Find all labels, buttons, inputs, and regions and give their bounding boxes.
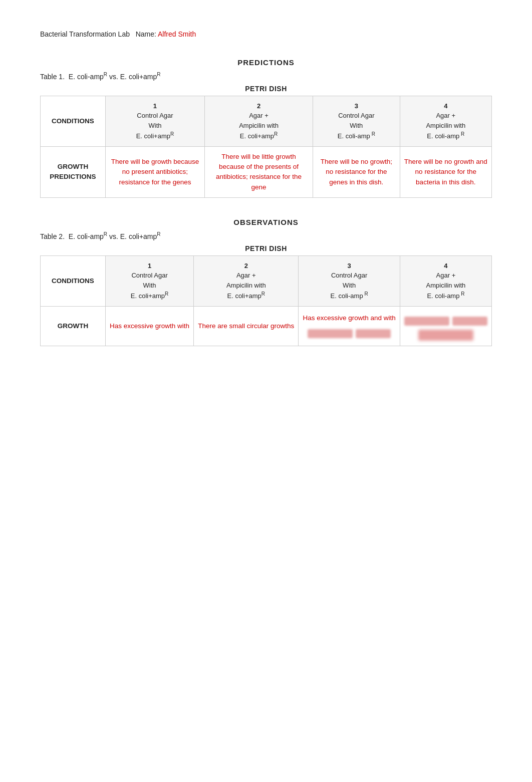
- blurred-content-4b: [404, 330, 487, 341]
- obs-growth-cell-3: Has excessive growth and with: [299, 306, 400, 346]
- obs-growth-cell-2: There are small circular growths: [194, 306, 299, 346]
- growth-predictions-header: GROWTH PREDICTIONS: [41, 146, 106, 197]
- obs-growth-cell-4: [400, 306, 491, 346]
- student-name: Alfred Smith: [158, 30, 196, 38]
- header: Bacterial Transformation Lab Name: Alfre…: [40, 30, 492, 38]
- blurred-content-3: [303, 328, 395, 339]
- conditions-header: CONDITIONS: [41, 96, 106, 146]
- col-header-3: 3 Control Agar With E. coli-amp R: [313, 96, 400, 146]
- blurred-element: [418, 330, 473, 341]
- growth-cell-1: There will be growth because no present …: [106, 146, 205, 197]
- obs-growth-cell-1: Has excessive growth with: [106, 306, 194, 346]
- observations-title: OBSERVATIONS: [40, 218, 492, 226]
- petri-dish-label-1: PETRI DISH: [40, 85, 492, 93]
- obs-col-header-3: 3 Control Agar With E. coli-amp R: [299, 255, 400, 306]
- lab-name: Bacterial Transformation Lab: [40, 30, 130, 38]
- table2-label: Table 2. E. coli-ampR vs. E. coli+ampR: [40, 231, 492, 240]
- obs-growth-header: GROWTH: [41, 306, 106, 346]
- blurred-content-4: [404, 316, 487, 327]
- obs-conditions-header: CONDITIONS: [41, 255, 106, 306]
- growth-cell-2: There will be little growth because of t…: [204, 146, 313, 197]
- predictions-table: CONDITIONS 1 Control Agar With E. coli+a…: [40, 96, 492, 198]
- growth-cell-3: There will be no growth; no resistance f…: [313, 146, 400, 197]
- table-row: CONDITIONS 1 Control Agar With E. coli+a…: [41, 96, 492, 146]
- blurred-element: [452, 317, 487, 326]
- table-row: GROWTH PREDICTIONS There will be growth …: [41, 146, 492, 197]
- growth-cell-4: There will be no growth and no resistanc…: [400, 146, 491, 197]
- obs-col-header-2: 2 Agar + Ampicilin with E. coli+ampR: [194, 255, 299, 306]
- obs-col-header-1: 1 Control Agar With E. coli+ampR: [106, 255, 194, 306]
- predictions-title: PREDICTIONS: [40, 58, 492, 67]
- petri-dish-label-2: PETRI DISH: [40, 244, 492, 252]
- obs-col-header-4: 4 Agar + Ampicilin with E. coli-amp R: [400, 255, 491, 306]
- col-header-2: 2 Agar + Ampicilin with E. coli+ampR: [204, 96, 313, 146]
- name-label: Name:: [136, 30, 156, 38]
- table-row: CONDITIONS 1 Control Agar With E. coli+a…: [41, 255, 492, 306]
- col-header-1: 1 Control Agar With E. coli+ampR: [106, 96, 205, 146]
- observations-table: CONDITIONS 1 Control Agar With E. coli+a…: [40, 255, 492, 346]
- table-row: GROWTH Has excessive growth with There a…: [41, 306, 492, 346]
- table1-label: Table 1. E. coli-ampR vs. E. coli+ampR: [40, 72, 492, 81]
- blurred-element: [404, 317, 449, 326]
- col-header-4: 4 Agar + Ampicilin with E. coli-amp R: [400, 96, 491, 146]
- blurred-element: [356, 329, 391, 338]
- blurred-element: [308, 329, 353, 338]
